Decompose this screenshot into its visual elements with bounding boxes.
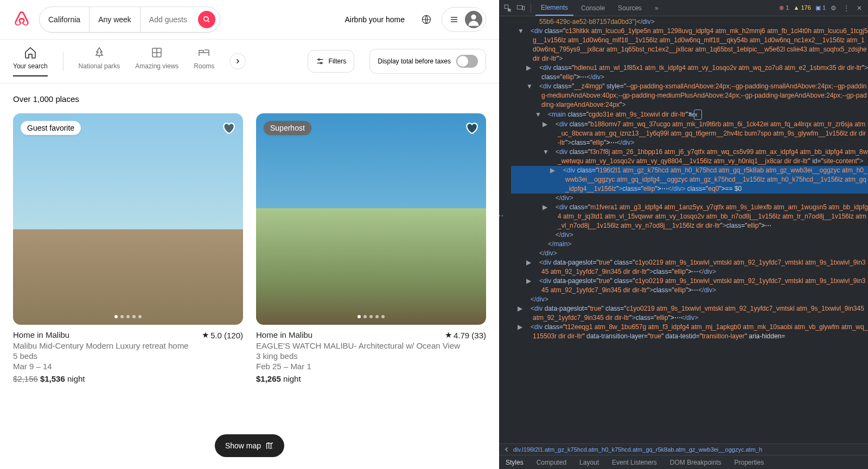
airbnb-pane: California Any week Add guests Airbnb yo… <box>0 0 499 469</box>
airbnb-logo-icon[interactable] <box>13 11 30 28</box>
listing-rating: ★ 4.79 (33) <box>445 330 486 340</box>
btab-styles[interactable]: Styles <box>499 457 530 468</box>
listing-dates: Mar 9 – 14 <box>13 362 243 371</box>
map-icon <box>265 441 274 450</box>
listing-rating: ★ 5.0 (120) <box>202 330 243 340</box>
search-dates[interactable]: Any week <box>90 7 141 33</box>
avatar-icon <box>465 11 482 28</box>
svg-rect-17 <box>522 6 524 10</box>
category-national-parks[interactable]: National parks <box>79 46 120 76</box>
profile-menu[interactable] <box>442 7 486 32</box>
tree-icon <box>93 46 106 59</box>
house-icon <box>24 46 37 59</box>
listing-card[interactable]: Guest favorite Home in Malibu ★ 5.0 (120… <box>13 113 243 383</box>
listing-image[interactable]: Superhost <box>256 113 486 325</box>
devtools-pane: Elements Console Sources » ⊗ 1 ▲ 176 ▣ 1… <box>499 0 868 469</box>
error-count[interactable]: ⊗ 1 <box>779 4 789 11</box>
header: California Any week Add guests Airbnb yo… <box>0 0 499 40</box>
chevron-right-icon <box>234 58 241 65</box>
svg-rect-15 <box>505 5 508 9</box>
host-link[interactable]: Airbnb your home <box>338 9 411 30</box>
btab-layout[interactable]: Layout <box>573 457 605 468</box>
listing-image[interactable]: Guest favorite <box>13 113 243 325</box>
svg-point-14 <box>320 62 322 64</box>
listing-dates: Feb 25 – Mar 1 <box>256 362 486 371</box>
listing-beds: 3 king beds <box>256 351 486 361</box>
listing-badge: Guest favorite <box>21 121 81 135</box>
globe-button[interactable] <box>416 9 437 30</box>
show-map-button[interactable]: Show map <box>215 434 284 457</box>
bed-icon <box>197 46 210 59</box>
listing-badge: Superhost <box>264 121 311 135</box>
svg-point-12 <box>318 59 320 60</box>
search-pill[interactable]: California Any week Add guests <box>39 7 220 33</box>
btab-computed[interactable]: Computed <box>530 457 573 468</box>
results-heading: Over 1,000 places <box>13 94 486 104</box>
heart-icon[interactable] <box>221 121 235 135</box>
tab-elements[interactable]: Elements <box>535 1 573 16</box>
image-dots <box>358 315 385 318</box>
search-location[interactable]: California <box>40 7 90 33</box>
category-rooms[interactable]: Rooms <box>194 46 214 76</box>
search-button[interactable] <box>198 11 215 28</box>
devtools-bottom-tabs: Styles Computed Layout Event Listeners D… <box>499 455 868 469</box>
globe-icon <box>422 15 431 24</box>
category-amazing-views[interactable]: Amazing views <box>135 46 178 76</box>
category-your-search[interactable]: Your search <box>13 46 48 76</box>
tab-sources[interactable]: Sources <box>612 1 647 15</box>
window-icon <box>150 46 163 59</box>
listing-price: $2,156$1,536 night <box>13 374 243 383</box>
switch-icon[interactable] <box>456 55 478 68</box>
listing-subtitle: EAGLE'S WATCH MALIBU- Architectural w/ O… <box>256 341 486 350</box>
menu-icon <box>450 15 458 24</box>
filters-button[interactable]: Filters <box>308 50 355 73</box>
search-guests[interactable]: Add guests <box>141 7 196 33</box>
listing-title: Home in Malibu <box>13 330 69 340</box>
svg-point-0 <box>204 17 208 21</box>
svg-line-1 <box>208 21 209 22</box>
dom-tree[interactable]: ⋯ 55b6-429c-ae52-b87157da0bd3"}</div>▼<d… <box>499 16 868 444</box>
listing-card[interactable]: Superhost Home in Malibu ★ 4.79 (33) EAG… <box>256 113 486 383</box>
header-right: Airbnb your home <box>338 7 486 32</box>
results: Over 1,000 places Guest favorite Home in… <box>0 83 499 383</box>
listing-price: $1,265 night <box>256 374 486 383</box>
warning-count[interactable]: ▲ 176 <box>794 4 811 11</box>
close-icon[interactable]: ✕ <box>854 3 865 14</box>
heart-icon[interactable] <box>464 121 478 135</box>
gear-icon[interactable]: ⚙ <box>828 3 839 14</box>
sliders-icon <box>316 57 324 66</box>
svg-rect-16 <box>517 5 522 9</box>
category-bar: Your search National parks Amazing views… <box>0 40 499 83</box>
btab-event-listeners[interactable]: Event Listeners <box>605 457 663 468</box>
category-scroll-right[interactable] <box>229 53 246 69</box>
listing-title: Home in Malibu <box>256 330 312 340</box>
svg-point-6 <box>471 15 476 20</box>
devtools-tabs: Elements Console Sources » ⊗ 1 ▲ 176 ▣ 1… <box>499 0 868 16</box>
listing-subtitle: Malibu Mid-Century Modern Luxury retreat… <box>13 341 243 350</box>
btab-properties[interactable]: Properties <box>728 457 771 468</box>
breadcrumb[interactable]: div.l196t2l1.atm_gz_k75hcd.atm_h0_k75hcd… <box>499 444 868 455</box>
search-icon <box>203 16 210 23</box>
tab-console[interactable]: Console <box>576 1 610 15</box>
kebab-icon[interactable]: ⋮ <box>841 3 852 14</box>
inspect-icon[interactable] <box>502 3 513 14</box>
tab-more[interactable]: » <box>649 1 664 15</box>
device-icon[interactable] <box>515 3 526 14</box>
listing-beds: 5 beds <box>13 351 243 361</box>
image-dots <box>114 315 142 318</box>
btab-dom-breakpoints[interactable]: DOM Breakpoints <box>663 457 728 468</box>
tax-toggle[interactable]: Display total before taxes <box>369 49 486 74</box>
info-count[interactable]: ▣ 1 <box>815 4 826 11</box>
